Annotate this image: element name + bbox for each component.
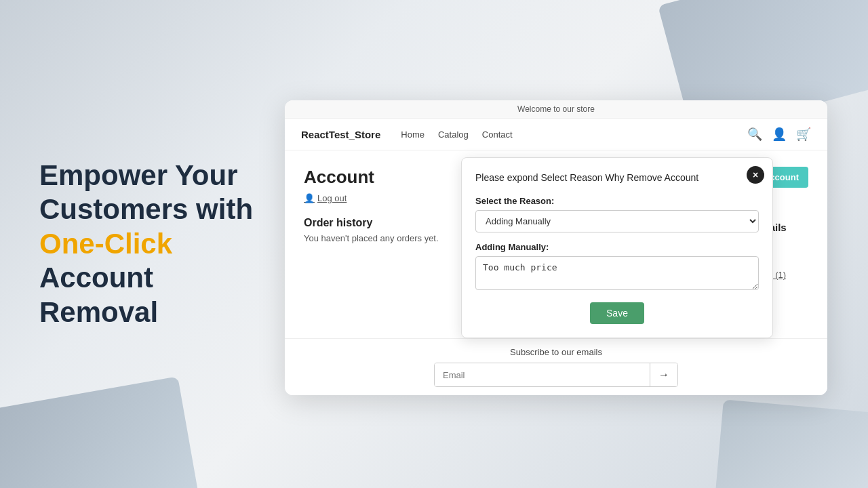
nav-link-contact[interactable]: Contact <box>482 129 513 140</box>
welcome-banner: Welcome to our store <box>285 100 827 119</box>
bg-shape-bottom-left <box>0 376 199 488</box>
email-input[interactable] <box>435 363 650 386</box>
store-logo: ReactTest_Store <box>301 129 380 140</box>
marketing-line2: Customers with <box>39 193 253 225</box>
person-icon: 👤 <box>304 193 315 203</box>
reason-textarea[interactable]: Too much price <box>475 256 759 290</box>
modal-close-button[interactable]: × <box>747 166 764 184</box>
nav-links: Home Catalog Contact <box>401 129 747 140</box>
subscribe-label: Subscribe to our emails <box>301 347 811 357</box>
marketing-line1: Empower Your <box>39 159 238 191</box>
save-button[interactable]: Save <box>590 302 644 324</box>
subscribe-button[interactable]: → <box>650 363 677 386</box>
subscribe-form: → <box>434 363 678 387</box>
cart-icon[interactable]: 🛒 <box>796 127 811 142</box>
reason-select[interactable]: Adding Manually Too Expensive Poor Servi… <box>475 210 759 232</box>
navigation: ReactTest_Store Home Catalog Contact 🔍 👤… <box>285 119 827 150</box>
store-footer: Subscribe to our emails → <box>285 338 827 395</box>
account-icon[interactable]: 👤 <box>772 127 787 142</box>
marketing-heading: Empower Your Customers with One-Click Ac… <box>39 159 283 329</box>
marketing-line3: Account <box>39 262 153 293</box>
store-window: Welcome to our store ReactTest_Store Hom… <box>285 100 827 395</box>
nav-link-home[interactable]: Home <box>401 129 425 140</box>
marketing-line4: Removal <box>39 296 158 328</box>
nav-link-catalog[interactable]: Catalog <box>438 129 469 140</box>
modal-dialog: × Please expond Select Reason Why Remove… <box>461 157 773 338</box>
bg-shape-bottom-right <box>715 399 868 488</box>
left-panel: Empower Your Customers with One-Click Ac… <box>39 159 283 329</box>
textarea-label: Adding Manually: <box>475 242 759 252</box>
modal-heading: Please expond Select Reason Why Remove A… <box>475 171 759 185</box>
search-icon[interactable]: 🔍 <box>747 127 762 142</box>
marketing-highlight: One-Click <box>39 228 172 260</box>
select-reason-label: Select the Reason: <box>475 196 759 206</box>
nav-icons: 🔍 👤 🛒 <box>747 127 811 142</box>
